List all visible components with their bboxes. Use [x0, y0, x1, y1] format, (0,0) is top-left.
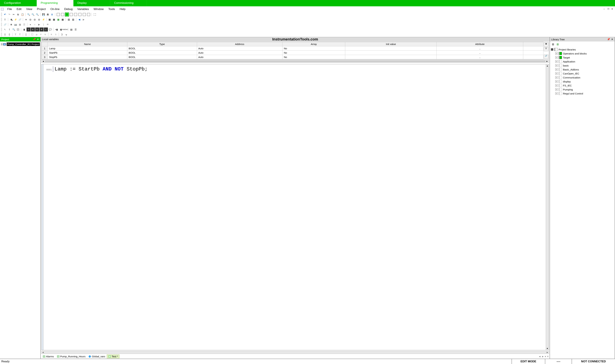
redo-icon[interactable]: ↷	[7, 13, 11, 16]
expand-icon[interactable]: +	[555, 72, 558, 75]
cell-array[interactable]: No	[282, 51, 345, 55]
table-grid-view-icon[interactable]: ▦	[544, 42, 548, 46]
box-n-icon[interactable]: N	[43, 32, 47, 37]
col-initvalue[interactable]: Init value	[345, 42, 437, 46]
zoom-icon[interactable]: 🔍	[12, 27, 16, 31]
bracket-icon[interactable]: ⟦⟧	[16, 27, 20, 31]
cell-init[interactable]	[345, 55, 437, 59]
watch-icon[interactable]: 👁	[46, 23, 50, 26]
col-address[interactable]: Address	[197, 42, 282, 46]
cell-attr[interactable]: ..	[437, 51, 523, 55]
grid-toggle-icon[interactable]: ▦	[18, 23, 22, 26]
collapse-icon[interactable]: −	[551, 48, 553, 51]
panel-4-icon[interactable]	[69, 13, 73, 16]
lib-view-1-icon[interactable]: ▥	[551, 42, 555, 46]
expand-icon[interactable]: +	[555, 76, 558, 79]
menu-debug[interactable]: Debug	[62, 7, 75, 12]
pin-add-icon[interactable]: +▮	[54, 27, 58, 31]
library-item[interactable]: +Communication	[551, 76, 614, 79]
tab-menu-icon[interactable]: ▾	[545, 355, 546, 358]
table-1-icon[interactable]: ▥	[67, 17, 71, 22]
box-p-icon[interactable]: P	[39, 32, 43, 37]
tab-programming[interactable]: Programming	[37, 0, 73, 6]
library-root-label[interactable]: Project libraries	[559, 48, 576, 51]
e-tag-icon[interactable]: E	[35, 27, 39, 31]
coil-3-icon[interactable]: ◎	[37, 17, 41, 22]
stop-icon[interactable]: ■	[24, 17, 28, 22]
cell-attr[interactable]: ..	[437, 46, 523, 51]
v-tag-icon[interactable]: V	[27, 27, 30, 31]
cell-array[interactable]: No	[282, 55, 345, 59]
library-item[interactable]: +FS_IEC	[551, 83, 614, 88]
table-hscrollbar[interactable]: ◄ ►	[41, 60, 549, 63]
panel-5-icon[interactable]	[74, 13, 78, 16]
rung-2-icon[interactable]: ┳	[64, 32, 68, 37]
panel-7-icon[interactable]	[82, 13, 86, 16]
table-link-icon[interactable]: 🔗	[544, 55, 548, 59]
run-icon[interactable]: ▶	[37, 23, 41, 26]
grid-1-icon[interactable]: ▦	[48, 17, 52, 22]
tt-2-icon[interactable]: Ƭ	[18, 32, 22, 37]
cell-name[interactable]: StopPb	[48, 55, 127, 59]
col-array[interactable]: Array	[282, 42, 345, 46]
expand-icon[interactable]: +	[555, 84, 558, 87]
cell-extra[interactable]	[523, 46, 543, 51]
box-r-icon[interactable]: R	[49, 32, 53, 37]
k-tag-icon[interactable]: K	[31, 27, 35, 31]
copy-icon[interactable]: ⧉	[16, 13, 20, 16]
cell-address[interactable]: Auto	[197, 51, 282, 55]
grid-4-icon[interactable]: ▦	[61, 17, 65, 22]
box-slash-icon[interactable]: ⧄	[35, 32, 39, 37]
print-icon[interactable]: 🖶	[46, 13, 50, 16]
cell-name[interactable]: StartPb	[48, 51, 127, 55]
parens-icon[interactable]: {}	[24, 32, 28, 37]
plug-icon[interactable]: ⚡	[14, 17, 17, 22]
editor-tab-test[interactable]: Test *	[107, 354, 119, 358]
cell-attr[interactable]: ..	[437, 55, 523, 59]
table-row[interactable]: 3StopPbBOOLAutoNo..	[42, 55, 544, 59]
cell-type[interactable]: BOOL	[127, 46, 197, 51]
library-item[interactable]: +Regul and Control	[551, 91, 614, 95]
cell-init[interactable]	[345, 51, 437, 55]
close-icon[interactable]: ✕	[611, 38, 613, 41]
rung-1-icon[interactable]: ┣	[60, 32, 64, 37]
toolbar-grip[interactable]	[1, 33, 2, 36]
panel-2-icon[interactable]	[61, 13, 65, 16]
cell-init[interactable]	[345, 46, 437, 51]
col-attribute[interactable]: Attribute	[437, 42, 523, 46]
table-row[interactable]: 1LampBOOLAutoNo..	[42, 46, 544, 51]
coil-1-icon[interactable]: ◎	[28, 17, 32, 22]
toolbar-grip[interactable]	[1, 18, 2, 21]
editor-hscrollbar[interactable]: < >	[41, 351, 549, 354]
panel-8-icon[interactable]	[87, 13, 91, 16]
tab-prev-icon[interactable]: ◄	[538, 355, 541, 358]
expand-icon[interactable]: +	[555, 88, 558, 91]
ladder-2-icon[interactable]: ╫	[7, 32, 11, 37]
bp-dot-icon[interactable]: ●	[28, 23, 32, 26]
library-item[interactable]: +basic	[551, 64, 614, 67]
tab-next-icon[interactable]: ►	[542, 355, 544, 358]
restore-button[interactable]: ❐	[606, 8, 610, 11]
expand-icon[interactable]: +	[555, 64, 558, 67]
l-tag-icon[interactable]: L	[44, 27, 48, 31]
menu-project[interactable]: Project	[35, 7, 48, 12]
library-item[interactable]: +display	[551, 79, 614, 83]
expand-icon[interactable]: +	[555, 56, 558, 59]
tab-display[interactable]: Display	[73, 0, 110, 6]
menu-tools[interactable]: Tools	[106, 7, 117, 12]
cell-type[interactable]: BOOL	[127, 55, 197, 59]
panel-1-icon[interactable]	[56, 13, 60, 16]
search-replace-icon[interactable]: 🔍	[35, 13, 39, 16]
pin-icon[interactable]: 📌	[607, 38, 610, 41]
print-preview-icon[interactable]: 🗎	[50, 13, 54, 16]
menu-variables[interactable]: Variables	[75, 7, 91, 12]
editor-tab-pump-hours[interactable]: Pump_Running_Hours	[56, 355, 87, 358]
box-s-icon[interactable]: S	[54, 32, 58, 37]
menu-window[interactable]: Window	[91, 7, 106, 12]
toolbar-grip[interactable]	[1, 23, 2, 26]
flash-icon[interactable]: ⚡	[41, 17, 45, 22]
table-row[interactable]: 2StartPbBOOLAutoNo..	[42, 51, 544, 55]
code-editor[interactable]: 0001 Lamp := StartPb AND NOT StopPb; ▲ ▼	[41, 64, 549, 350]
cell-address[interactable]: Auto	[197, 46, 282, 51]
tab-close-icon[interactable]: ✕	[547, 355, 549, 358]
